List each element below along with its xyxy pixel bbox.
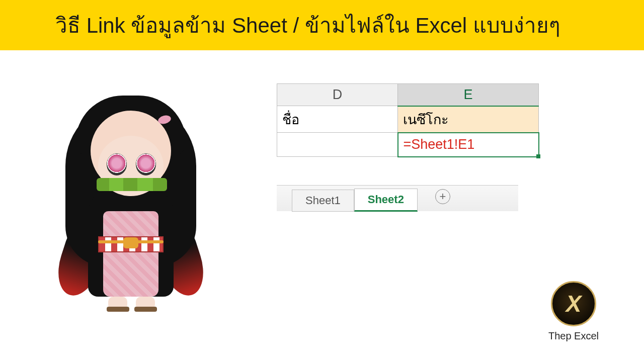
column-header-d[interactable]: D [277, 84, 398, 106]
cell-e2-formula[interactable]: =Sheet1!E1 [398, 133, 539, 157]
fill-handle-icon[interactable] [536, 154, 540, 158]
title-banner: วิธี Link ข้อมูลข้าม Sheet / ข้ามไฟล์ใน … [0, 0, 644, 50]
excel-snippet: D E ชื่อ เนซึโกะ =Sheet1!E1 Sheet1 Sheet… [277, 83, 539, 312]
sheet-tab-bar: Sheet1 Sheet2 + [277, 185, 518, 211]
spreadsheet-grid[interactable]: D E ชื่อ เนซึโกะ =Sheet1!E1 [277, 83, 539, 157]
cell-d2[interactable] [277, 133, 398, 157]
content-area: D E ชื่อ เนซึโกะ =Sheet1!E1 Sheet1 Sheet… [0, 50, 644, 312]
sheet-tab-sheet2[interactable]: Sheet2 [354, 189, 418, 212]
cell-d1[interactable]: ชื่อ [277, 106, 398, 133]
column-header-e[interactable]: E [398, 84, 539, 106]
brand-block: X Thep Excel [548, 281, 599, 342]
page-title: วิธี Link ข้อมูลข้าม Sheet / ข้ามไฟล์ใน … [55, 9, 560, 42]
formula-text: =Sheet1!E1 [404, 137, 475, 152]
sheet-tab-sheet1[interactable]: Sheet1 [292, 190, 354, 212]
brand-logo-icon: X [551, 281, 596, 326]
character-illustration [50, 80, 211, 312]
brand-mark: X [566, 290, 582, 317]
brand-name: Thep Excel [548, 330, 599, 342]
add-sheet-button[interactable]: + [435, 189, 450, 204]
plus-icon: + [439, 190, 446, 203]
cell-e1[interactable]: เนซึโกะ [398, 106, 539, 133]
